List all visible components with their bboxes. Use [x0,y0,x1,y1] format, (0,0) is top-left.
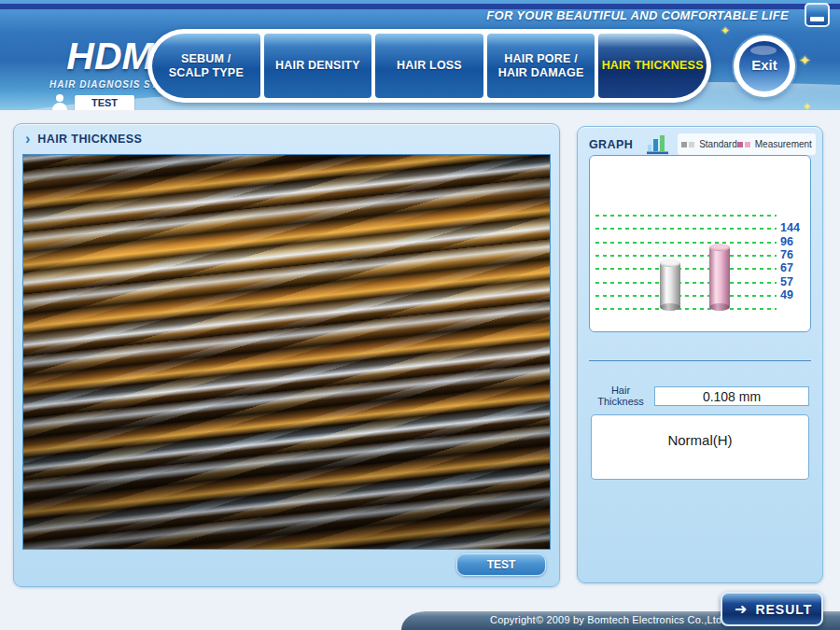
tab-label: SCALP TYPE [169,66,244,80]
measurement-swatch-icon [737,142,750,147]
hair-thickness-value: 0.108 mm [654,386,809,406]
chart-gridline [595,215,777,217]
copyright-text: Copyright© 2009 by Bomtech Electronics C… [490,614,725,625]
tab-label: HAIR DAMAGE [498,66,584,80]
chart-gridline [595,282,777,284]
section-header: › HAIR THICKNESS [14,124,559,151]
tab-hair-pore-damage[interactable]: HAIR PORE / HAIR DAMAGE [487,34,595,98]
exit-button[interactable]: Exit [734,35,795,97]
chart-gridline [595,308,777,310]
patient-row: TEST [51,94,134,110]
assessment-box: Normal(H) [591,414,809,480]
chevron-right-icon: › [25,133,30,146]
header: FOR YOUR BEAUTIFUL AND COMFORTABLE LIFE … [0,0,840,110]
tab-hair-density[interactable]: HAIR DENSITY [264,34,372,98]
chart-plot: 1449676675749 [589,155,811,332]
tab-sebum-scalp-type[interactable]: SEBUM / SCALP TYPE [152,34,260,98]
sparkle-icon: ✦ [799,52,811,69]
tab-label: HAIR THICKNESS [602,59,704,73]
minimize-icon[interactable] [805,3,830,27]
chart-gridline [595,242,777,244]
graph-header: GRAPH Standard Measurement [578,127,822,159]
chart-gridline [595,255,777,257]
tab-label: HAIR LOSS [397,59,462,73]
chart-bar-measurement [709,247,730,307]
arrow-right-icon: ➜ [735,602,747,617]
hair-thickness-field-label: Hair Thickness [591,385,651,407]
result-button[interactable]: ➜ RESULT [721,592,823,626]
hair-thickness-panel: › HAIR THICKNESS TEST [13,123,560,587]
chart-gridline [595,228,777,230]
legend-item-measurement: Measurement [737,139,812,149]
chart-gridline [595,268,777,270]
legend-item-standard: Standard [681,139,737,149]
legend-label: Standard [699,139,737,149]
sparkle-icon: ✦ [803,101,811,110]
tab-bar: SEBUM / SCALP TYPE HAIR DENSITY HAIR LOS… [147,29,711,103]
field-label-line: Hair [591,385,651,396]
chart-legend: Standard Measurement [678,133,816,155]
patient-name-field: TEST [75,95,134,110]
standard-swatch-icon [681,142,694,147]
chart-tick-label: 49 [780,288,812,301]
bar-chart-icon [646,133,670,155]
person-icon [51,94,68,110]
tab-label: SEBUM / [181,52,231,66]
chart-bar-standard [660,263,680,307]
sparkle-icon: ✦ [721,24,730,37]
field-label-line: Thickness [591,396,651,407]
panel-divider [589,360,811,361]
test-button[interactable]: TEST [456,553,546,576]
graph-results-panel: GRAPH Standard Measurement 1449676675749 [577,126,823,583]
chart-gridline [595,295,777,297]
chart-tick-label: 67 [780,261,812,274]
exit-label: Exit [739,57,790,73]
tab-hair-thickness[interactable]: HAIR THICKNESS [598,34,707,98]
legend-label: Measurement [755,139,812,149]
section-title: HAIR THICKNESS [37,133,142,146]
result-button-label: RESULT [755,602,812,617]
chart-tick-label: 96 [780,234,812,247]
tagline: FOR YOUR BEAUTIFUL AND COMFORTABLE LIFE [486,8,789,22]
minimize-bar-glyph [810,17,824,21]
tab-label: HAIR DENSITY [275,59,360,73]
hdm-app-window: FOR YOUR BEAUTIFUL AND COMFORTABLE LIFE … [0,0,840,630]
chart-tick-label: 144 [780,221,812,234]
tab-label: HAIR PORE / [504,52,578,66]
graph-title: GRAPH [589,138,633,151]
tab-hair-loss[interactable]: HAIR LOSS [375,34,483,98]
hair-microscope-image [22,154,551,550]
chart-tick-label: 57 [780,274,812,287]
chart-tick-label: 76 [780,248,812,261]
